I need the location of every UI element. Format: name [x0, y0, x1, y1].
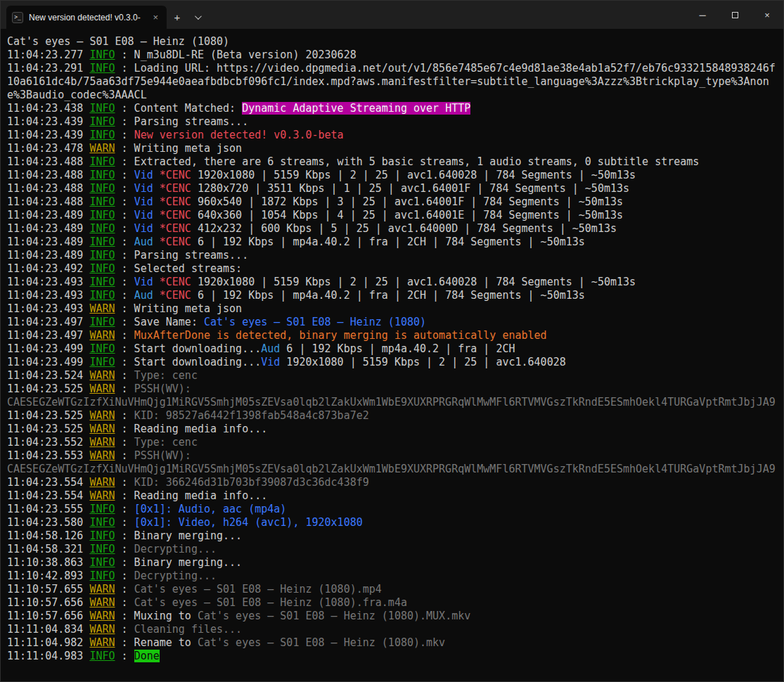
log-segment: : Start downloading... — [115, 356, 262, 368]
log-segment: Decrypting... — [134, 543, 217, 555]
log-segment: WARN — [89, 610, 115, 622]
log-segment: 11:10:57.656 — [7, 596, 89, 609]
log-line: 11:04:23.493 WARN : Writing meta json — [7, 302, 778, 316]
close-button[interactable]: × — [751, 1, 783, 29]
log-segment: INFO — [89, 503, 115, 515]
log-segment: 640x360 | 1054 Kbps | 4 | 25 | avc1.6400… — [191, 209, 623, 221]
log-segment: 11:04:23.489 — [7, 249, 89, 262]
log-segment: INFO — [89, 182, 115, 195]
log-line: 11:04:23.439 INFO : Parsing streams... — [7, 115, 778, 129]
tab-dropdown-button[interactable] — [188, 6, 206, 29]
log-segment: [0x1]: Audio, aac (mp4a) — [134, 503, 287, 515]
log-segment: 11:04:23.438 — [7, 102, 89, 115]
log-line: 11:04:23.489 INFO : Aud *CENC 6 | 192 Kb… — [7, 236, 778, 249]
log-line: 11:04:23.488 INFO : Vid *CENC 1280x720 |… — [7, 182, 778, 195]
log-segment: 11:04:23.555 — [7, 503, 89, 515]
log-segment: INFO — [89, 650, 115, 662]
log-segment: INFO — [89, 289, 115, 302]
log-segment: *CENC — [160, 169, 191, 181]
log-line: 11:04:23.524 WARN : Type: cenc — [7, 369, 778, 382]
log-segment: 1920x1080 | 5159 Kbps | 2 | 25 | avc1.64… — [280, 356, 565, 368]
log-segment: 11:04:58.126 — [7, 529, 89, 542]
log-segment: 11:04:23.489 — [7, 222, 89, 235]
log-segment: 11:04:23.552 — [7, 436, 89, 449]
log-segment — [153, 222, 160, 235]
log-segment: : — [115, 209, 134, 221]
terminal-output[interactable]: Cat's eyes – S01 E08 – Heinz (1080)11:04… — [1, 29, 783, 681]
log-segment: Cleaning files... — [134, 623, 243, 636]
log-segment: : — [115, 169, 134, 181]
tab-active[interactable]: >_ New version detected! v0.3.0- × — [6, 6, 167, 29]
log-segment: Vid — [261, 356, 280, 368]
log-segment: INFO — [89, 529, 115, 542]
log-segment: : Selected streams: — [115, 262, 243, 275]
log-segment: KID: 98527a6442f1398fab548a4c873ba7e2 — [134, 409, 369, 422]
log-segment: INFO — [89, 356, 115, 368]
log-segment — [153, 169, 160, 181]
log-line: 11:04:23.492 INFO : Selected streams: — [7, 262, 778, 276]
log-segment: : — [115, 329, 134, 342]
log-line: 11:11:04.982 WARN : Rename to Cat's eyes… — [7, 636, 778, 650]
log-segment: : — [115, 596, 134, 609]
log-segment: INFO — [89, 169, 115, 181]
log-line: 11:04:23.493 INFO : Aud *CENC 6 | 192 Kb… — [7, 289, 778, 302]
log-segment: 11:04:23.439 — [7, 129, 89, 141]
log-segment: 11:04:23.493 — [7, 302, 89, 315]
log-segment: INFO — [89, 262, 115, 275]
log-segment: : — [115, 449, 134, 462]
log-segment: WARN — [89, 302, 115, 315]
log-line: 11:11:04.983 INFO : Done — [7, 650, 778, 663]
log-segment: : Start downloading... — [115, 342, 262, 355]
tab-close-icon[interactable]: × — [150, 11, 161, 23]
maximize-button[interactable] — [719, 1, 751, 29]
log-segment: : — [115, 382, 134, 395]
log-line: 11:04:58.321 INFO : Decrypting... — [7, 543, 778, 556]
log-segment: WARN — [89, 623, 115, 636]
log-segment: CAESEGZeWTGzIzfXiNuVHmQjg1MiRGV5SmhjM05s… — [7, 396, 776, 408]
log-line: 11:04:23.499 INFO : Start downloading...… — [7, 356, 778, 369]
log-segment: 11:04:23.488 — [7, 182, 89, 195]
log-line: 11:10:42.893 INFO : Decrypting... — [7, 570, 778, 583]
log-line: 11:10:57.656 WARN : Cat's eyes – S01 E08… — [7, 596, 778, 610]
log-segment: 11:11:04.983 — [7, 650, 89, 662]
maximize-icon — [732, 12, 738, 18]
log-segment: 11:04:23.524 — [7, 369, 89, 382]
log-segment: 11:04:23.554 — [7, 489, 89, 502]
log-segment: Type: cenc — [134, 436, 198, 449]
log-segment: Vid — [134, 169, 153, 181]
log-segment: Aud — [261, 342, 280, 355]
log-line: 11:04:23.489 INFO : Vid *CENC 412x232 | … — [7, 222, 778, 236]
log-segment: *CENC — [160, 222, 191, 235]
log-segment: : — [115, 583, 134, 596]
log-segment: WARN — [89, 423, 115, 435]
log-segment: 1920x1080 | 5159 Kbps | 2 | 25 | avc1.64… — [191, 276, 636, 288]
log-segment: 6 | 192 Kbps | mp4a.40.2 | fra | 2CH | 7… — [191, 236, 585, 248]
log-segment: WARN — [89, 369, 115, 382]
log-segment: WARN — [89, 409, 115, 422]
log-segment: 960x540 | 1872 Kbps | 3 | 25 | avc1.6400… — [191, 195, 623, 208]
log-segment: 11:04:23.525 — [7, 382, 89, 395]
log-segment: : N_m3u8DL-RE (Beta version) 20230628 — [115, 49, 356, 61]
log-segment: Vid — [134, 276, 153, 288]
log-segment: : — [115, 182, 134, 195]
tab-title: New version detected! v0.3.0- — [29, 13, 144, 22]
log-segment: New version detected! v0.3.0-beta — [134, 129, 344, 141]
log-segment: WARN — [89, 489, 115, 502]
log-segment: 11:10:57.655 — [7, 583, 89, 596]
log-line: 11:04:23.439 INFO : New version detected… — [7, 129, 778, 142]
log-segment: *CENC — [160, 182, 191, 195]
log-line: 11:04:58.126 INFO : Binary merging... — [7, 529, 778, 543]
minimize-button[interactable]: ─ — [686, 1, 719, 29]
log-segment: Aud — [134, 289, 153, 302]
log-line: 11:10:57.656 WARN : Muxing to Cat's eyes… — [7, 610, 778, 623]
log-segment: : Writing meta json — [115, 142, 243, 155]
log-line: 11:04:23.488 INFO : Extracted, there are… — [7, 155, 778, 169]
log-segment: 6 | 192 Kbps | mp4a.40.2 | fra | 2CH | 7… — [191, 289, 585, 302]
log-segment: PSSH(WV): — [134, 382, 198, 395]
new-tab-button[interactable]: + — [167, 6, 188, 29]
log-segment: 11:04:23.499 — [7, 356, 89, 368]
log-segment: : Binary merging... — [115, 556, 243, 569]
log-line: 11:04:23.552 WARN : Type: cenc — [7, 436, 778, 449]
log-segment: 11:04:23.580 — [7, 516, 89, 529]
log-segment: : — [115, 129, 134, 141]
